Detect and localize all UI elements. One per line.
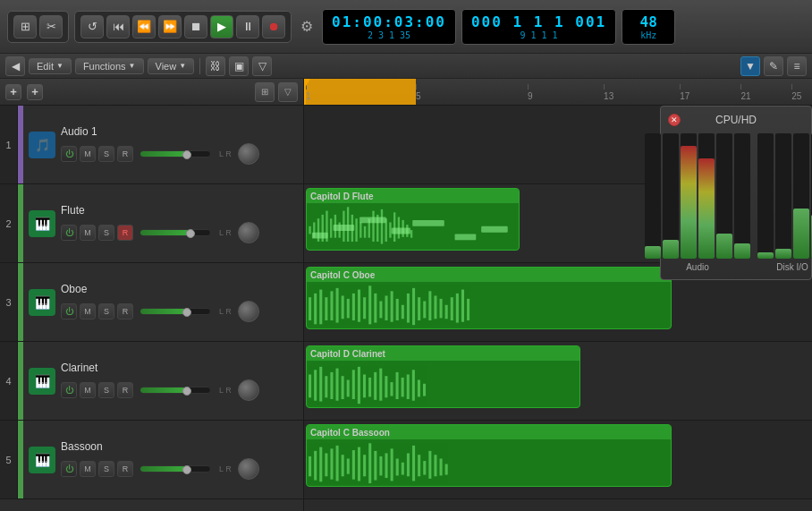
pan-knob[interactable] bbox=[238, 379, 259, 401]
timeline-ruler[interactable]: 1 5 9 13 17 21 25 bbox=[304, 79, 812, 106]
rewind-btn[interactable]: ⏪ bbox=[132, 15, 156, 38]
record-btn[interactable]: ⏺ bbox=[262, 15, 285, 38]
capture-btn[interactable]: ▣ bbox=[229, 56, 249, 76]
audio-meter-bars bbox=[645, 133, 750, 259]
rec-btn[interactable]: R bbox=[117, 382, 133, 398]
svg-rect-101 bbox=[402, 463, 404, 475]
meter-bar-fill bbox=[734, 243, 750, 259]
mute-btn[interactable]: M bbox=[80, 461, 96, 477]
solo-btn[interactable]: S bbox=[98, 461, 114, 477]
pan-knob[interactable] bbox=[238, 458, 259, 480]
link-btn[interactable]: ⛓ bbox=[206, 56, 225, 76]
track-fader[interactable] bbox=[140, 229, 211, 236]
solo-btn[interactable]: S bbox=[98, 225, 114, 241]
svg-rect-102 bbox=[407, 453, 410, 476]
arrange-area: 1 5 9 13 17 21 25 ✕ CPU/HD bbox=[304, 79, 812, 511]
edit-menu-btn[interactable]: Edit ▼ bbox=[29, 58, 72, 74]
svg-rect-100 bbox=[396, 458, 399, 475]
svg-rect-9 bbox=[347, 207, 349, 242]
meter-bar-fill bbox=[793, 209, 809, 259]
svg-rect-61 bbox=[467, 299, 469, 320]
scissors-btn[interactable]: ✂ bbox=[39, 15, 63, 38]
svg-rect-24 bbox=[410, 230, 412, 238]
svg-rect-69 bbox=[347, 379, 350, 396]
play-btn[interactable]: ▶ bbox=[210, 15, 233, 38]
pause-btn[interactable]: ⏸ bbox=[236, 15, 259, 38]
audio-region[interactable]: Capitol C Oboe bbox=[306, 267, 672, 329]
add-audio-track-btn[interactable]: + bbox=[5, 84, 21, 100]
solo-btn[interactable]: S bbox=[98, 303, 114, 319]
back-btn[interactable]: ◀ bbox=[5, 56, 25, 76]
track-color-bar bbox=[18, 263, 23, 341]
svg-rect-64 bbox=[319, 367, 322, 402]
filter-btn[interactable]: ▼ bbox=[740, 56, 760, 76]
audio-region[interactable]: Capitol C Bassoon bbox=[306, 424, 672, 487]
cpu-hd-title: CPU/HD bbox=[715, 114, 757, 126]
track-content: Audio 1 ⏻ M S R L R bbox=[61, 125, 303, 165]
mute-btn[interactable]: M bbox=[80, 225, 96, 241]
mute-btn[interactable]: M bbox=[80, 146, 96, 162]
audio-region[interactable]: Capitol D Flute bbox=[306, 188, 520, 251]
power-btn[interactable]: ⏻ bbox=[61, 461, 77, 477]
track-controls: ⏻ M S R L R bbox=[61, 143, 296, 165]
region-label: Capitol C Bassoon bbox=[310, 428, 390, 438]
track-fader[interactable] bbox=[140, 308, 211, 315]
go-start-btn[interactable]: ⏮ bbox=[106, 15, 130, 38]
svg-rect-82 bbox=[418, 379, 420, 396]
meter-bar bbox=[793, 133, 809, 259]
rec-btn[interactable]: R bbox=[117, 146, 133, 162]
solo-btn[interactable]: S bbox=[98, 146, 114, 162]
meter-bar-fill bbox=[698, 158, 715, 259]
track-fader[interactable] bbox=[140, 387, 211, 394]
view-menu-btn[interactable]: View ▼ bbox=[148, 58, 195, 74]
track-header-icons: ⊞ ▽ bbox=[255, 82, 298, 102]
pan-knob[interactable] bbox=[238, 143, 259, 165]
svg-rect-96 bbox=[374, 451, 376, 481]
pan-knob[interactable] bbox=[238, 222, 259, 243]
svg-rect-32 bbox=[309, 297, 311, 320]
power-btn[interactable]: ⏻ bbox=[61, 382, 77, 398]
rec-btn[interactable]: R bbox=[117, 225, 133, 241]
tool-btn1[interactable]: ✎ bbox=[764, 56, 783, 76]
lcd-display: 01:00:03:00 2 3 1 35 bbox=[322, 9, 456, 45]
dropdown-btn[interactable]: ▽ bbox=[252, 56, 272, 76]
loop-btn[interactable]: ↺ bbox=[80, 15, 104, 38]
track-fader[interactable] bbox=[140, 150, 211, 158]
track-fader[interactable] bbox=[140, 465, 211, 473]
stop-btn[interactable]: ⏹ bbox=[184, 15, 207, 38]
ruler-mark: 9 bbox=[528, 91, 533, 101]
mute-btn[interactable]: M bbox=[80, 382, 96, 398]
svg-rect-81 bbox=[412, 370, 415, 400]
svg-rect-17 bbox=[381, 209, 383, 244]
rec-btn[interactable]: R bbox=[117, 303, 133, 319]
power-btn[interactable]: ⏻ bbox=[61, 303, 77, 319]
region-header: Capitol C Bassoon bbox=[307, 425, 671, 439]
svg-rect-31 bbox=[481, 226, 508, 233]
fast-forward-btn[interactable]: ⏩ bbox=[158, 15, 182, 38]
power-btn[interactable]: ⏻ bbox=[61, 225, 77, 241]
audio-region[interactable]: Capitol D Clarinet bbox=[306, 345, 580, 408]
mute-btn[interactable]: M bbox=[80, 303, 96, 319]
svg-rect-86 bbox=[319, 447, 322, 482]
power-btn[interactable]: ⏻ bbox=[61, 146, 77, 162]
mixer-btn[interactable]: ⊞ bbox=[13, 15, 37, 38]
lr-label: L R bbox=[219, 386, 232, 395]
solo-btn[interactable]: S bbox=[98, 382, 114, 398]
close-panel-btn[interactable]: ✕ bbox=[668, 114, 681, 126]
functions-menu-btn[interactable]: Functions ▼ bbox=[75, 58, 144, 74]
pan-knob[interactable] bbox=[238, 301, 259, 322]
gear-icon[interactable]: ⚙ bbox=[297, 18, 317, 35]
svg-rect-87 bbox=[325, 453, 327, 476]
tool-btn2[interactable]: ≡ bbox=[787, 56, 807, 76]
track-view-icon[interactable]: ⊞ bbox=[255, 82, 275, 102]
rec-btn[interactable]: R bbox=[117, 461, 133, 477]
svg-rect-94 bbox=[363, 455, 366, 476]
add-midi-track-btn[interactable]: + bbox=[27, 84, 43, 100]
track-row: 1 🎵 Audio 1 ⏻ M S R L R bbox=[0, 106, 303, 184]
track-dropdown-icon[interactable]: ▽ bbox=[278, 82, 298, 102]
svg-rect-45 bbox=[379, 301, 382, 318]
ruler-mark: 13 bbox=[604, 91, 613, 101]
track-content: Bassoon ⏻ M S R L R bbox=[61, 440, 303, 480]
meter-bar bbox=[757, 133, 774, 259]
track-lane: Capitol D Clarinet bbox=[304, 342, 812, 421]
